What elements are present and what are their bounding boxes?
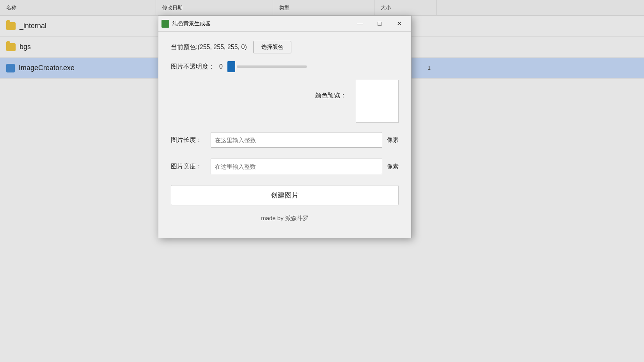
close-button[interactable]: ✕ — [390, 18, 408, 30]
image-length-input[interactable] — [211, 132, 382, 148]
color-preview-row: 颜色预览： — [171, 80, 399, 123]
dialog-title: 纯色背景生成器 — [172, 20, 351, 27]
slider-thumb-icon[interactable] — [227, 61, 235, 72]
dialog-window: 纯色背景生成器 — □ ✕ 当前颜色:(255, 255, 255, 0) 选择… — [158, 16, 412, 238]
current-color-row: 当前颜色:(255, 255, 255, 0) 选择颜色 — [171, 41, 399, 53]
image-width-unit: 像素 — [387, 163, 399, 170]
dialog-content: 当前颜色:(255, 255, 255, 0) 选择颜色 图片不透明度： 0 颜… — [158, 32, 411, 238]
opacity-slider[interactable] — [227, 61, 307, 72]
image-width-row: 图片宽度： 像素 — [171, 159, 399, 174]
maximize-button[interactable]: □ — [371, 18, 389, 30]
image-length-row: 图片长度： 像素 — [171, 132, 399, 148]
title-bar-buttons: — □ ✕ — [351, 18, 408, 30]
minimize-button[interactable]: — — [351, 18, 369, 30]
current-color-label: 当前颜色:(255, 255, 255, 0) — [171, 43, 247, 51]
color-preview-box — [356, 80, 399, 123]
image-width-label: 图片宽度： — [171, 162, 206, 171]
opacity-label: 图片不透明度： — [171, 63, 215, 71]
opacity-row: 图片不透明度： 0 — [171, 61, 399, 72]
image-width-input[interactable] — [211, 159, 382, 174]
slider-track[interactable] — [237, 65, 307, 68]
opacity-value: 0 — [219, 63, 223, 70]
image-length-label: 图片长度： — [171, 136, 206, 144]
create-image-button[interactable]: 创建图片 — [171, 185, 399, 205]
preview-label: 颜色预览： — [315, 92, 346, 100]
dialog-footer: made by 派森斗罗 — [171, 212, 399, 228]
choose-color-button[interactable]: 选择颜色 — [253, 41, 291, 53]
app-icon — [161, 20, 169, 28]
image-length-unit: 像素 — [387, 136, 399, 144]
title-bar: 纯色背景生成器 — □ ✕ — [158, 16, 411, 32]
